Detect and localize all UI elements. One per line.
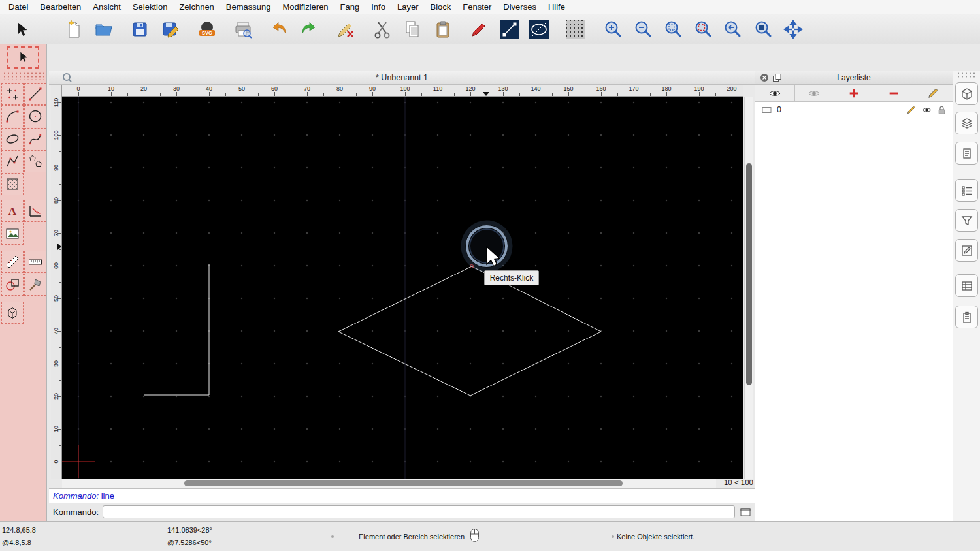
draw-pen-button[interactable] xyxy=(468,19,489,40)
tool-splines[interactable] xyxy=(24,128,46,150)
edit-layer-button[interactable] xyxy=(913,85,953,101)
drawing-canvas[interactable]: Rechts-Klick xyxy=(62,97,743,479)
current-tool-indicator[interactable] xyxy=(7,46,39,69)
page-icon xyxy=(960,147,973,160)
menu-layer[interactable]: Layer xyxy=(391,2,425,12)
layer-row[interactable]: 0 xyxy=(755,102,953,118)
dock-table-panel-button[interactable] xyxy=(955,274,978,297)
layer-lock-icon[interactable] xyxy=(938,105,946,115)
tool-points[interactable] xyxy=(1,83,24,105)
tool-image[interactable] xyxy=(1,223,24,245)
document-titlebar[interactable]: * Unbenannt 1 xyxy=(49,71,755,85)
h-scrollbar-thumb[interactable] xyxy=(184,480,623,486)
menu-modifizieren[interactable]: Modifizieren xyxy=(277,2,335,12)
menu-bearbeiten[interactable]: Bearbeiten xyxy=(34,2,87,12)
zoom-out-button[interactable] xyxy=(632,19,653,40)
zoom-in-button[interactable] xyxy=(602,19,623,40)
menu-bemassung[interactable]: Bemassung xyxy=(220,2,277,12)
tool-solid[interactable] xyxy=(1,302,24,324)
save-button[interactable] xyxy=(129,19,150,40)
v-ruler-minor-tick xyxy=(59,380,61,381)
tool-polylines[interactable] xyxy=(1,150,24,172)
tool-measure-tape[interactable] xyxy=(24,251,46,273)
command-prompt-label: Kommando: xyxy=(53,503,99,521)
show-all-layers-button[interactable] xyxy=(755,85,795,101)
ruler-diagonal-icon xyxy=(5,254,20,270)
menu-diverses[interactable]: Diverses xyxy=(497,2,542,12)
tool-lines[interactable] xyxy=(24,83,46,105)
zoom-in-icon xyxy=(602,19,623,40)
layer-visibility-eye-icon[interactable] xyxy=(921,106,932,114)
layer-edit-pen-icon[interactable] xyxy=(906,105,916,115)
zoom-auto-button[interactable] xyxy=(662,19,683,40)
grid-toggle-button[interactable] xyxy=(565,19,586,40)
v-scrollbar-thumb[interactable] xyxy=(746,163,752,385)
print-preview-button[interactable] xyxy=(233,19,253,40)
menu-block[interactable]: Block xyxy=(424,2,457,12)
dock-edit-panel-button[interactable] xyxy=(955,239,978,262)
dock-clipboard-panel-button[interactable] xyxy=(955,306,978,328)
h-ruler-tick xyxy=(634,92,634,96)
command-input[interactable] xyxy=(103,505,735,518)
select-button[interactable] xyxy=(10,19,31,40)
v-ruler-tick xyxy=(57,298,61,299)
new-document-button[interactable] xyxy=(63,19,84,40)
construction-toggle-icon[interactable] xyxy=(762,106,772,114)
dock-list-panel-button[interactable] xyxy=(955,179,978,202)
tool-polygons[interactable] xyxy=(24,150,46,172)
menu-zeichnen[interactable]: Zeichnen xyxy=(173,2,220,12)
tool-circles[interactable] xyxy=(24,105,46,127)
command-toggle-button[interactable] xyxy=(738,506,752,518)
vertical-scrollbar[interactable] xyxy=(744,97,753,479)
undo-button[interactable] xyxy=(269,19,289,40)
hide-all-layers-button[interactable] xyxy=(795,85,835,101)
layer-panel-header[interactable]: Layerliste xyxy=(755,71,953,85)
cut-button[interactable] xyxy=(372,19,393,40)
horizontal-scrollbar[interactable] xyxy=(62,479,716,488)
zoom-window-button[interactable] xyxy=(753,19,774,40)
paste-button[interactable] xyxy=(433,19,453,40)
v-ruler-minor-tick xyxy=(59,413,61,413)
menu-ansicht[interactable]: Ansicht xyxy=(87,2,127,12)
palette-drag-handle[interactable] xyxy=(3,72,44,80)
tool-modify[interactable] xyxy=(1,274,24,296)
tool-ellipses[interactable] xyxy=(1,128,24,150)
menu-info[interactable]: Info xyxy=(365,2,391,12)
tool-dimensions[interactable] xyxy=(24,200,46,222)
tool-hatch[interactable] xyxy=(1,173,24,195)
dock-page-panel-button[interactable] xyxy=(955,142,978,165)
menu-fenster[interactable]: Fenster xyxy=(457,2,497,12)
dock-funnel-panel-button[interactable] xyxy=(955,209,978,232)
add-layer-button[interactable] xyxy=(834,85,874,101)
h-ruler-label: 190 xyxy=(694,86,704,92)
main-toolbar: SVG xyxy=(0,14,980,44)
tool-arcs[interactable] xyxy=(1,105,24,127)
zoom-previous-button[interactable] xyxy=(722,19,743,40)
tool-explode[interactable] xyxy=(24,274,46,296)
image-icon xyxy=(5,226,20,242)
open-file-button[interactable] xyxy=(93,19,114,40)
tool-measure-distance[interactable] xyxy=(1,251,24,273)
remove-layer-button[interactable] xyxy=(874,85,914,101)
zoom-pan-button[interactable] xyxy=(783,19,804,40)
delete-selection-button[interactable] xyxy=(335,19,356,40)
dock-drag-handle[interactable] xyxy=(956,72,977,78)
redo-button[interactable] xyxy=(299,19,319,40)
edit-panel-icon xyxy=(960,244,973,257)
export-svg-button[interactable]: SVG xyxy=(197,19,218,40)
menu-selektion[interactable]: Selektion xyxy=(127,2,173,12)
h-ruler-minor-tick xyxy=(225,93,226,96)
save-as-button[interactable] xyxy=(160,19,181,40)
dock-layers-panel-button[interactable] xyxy=(955,112,978,134)
ellipse-tool-button[interactable] xyxy=(529,19,549,40)
open-folder-icon xyxy=(93,19,114,40)
menu-fang[interactable]: Fang xyxy=(335,2,366,12)
menu-hilfe[interactable]: Hilfe xyxy=(542,2,571,12)
menu-datei[interactable]: Datei xyxy=(3,2,34,12)
zoom-redraw-button[interactable] xyxy=(693,19,713,40)
copy-button[interactable] xyxy=(402,19,423,40)
line-tool-button[interactable] xyxy=(499,19,520,40)
tool-text[interactable]: A xyxy=(1,200,24,222)
dock-cube-panel-button[interactable] xyxy=(955,82,978,105)
line-icon xyxy=(27,86,43,102)
